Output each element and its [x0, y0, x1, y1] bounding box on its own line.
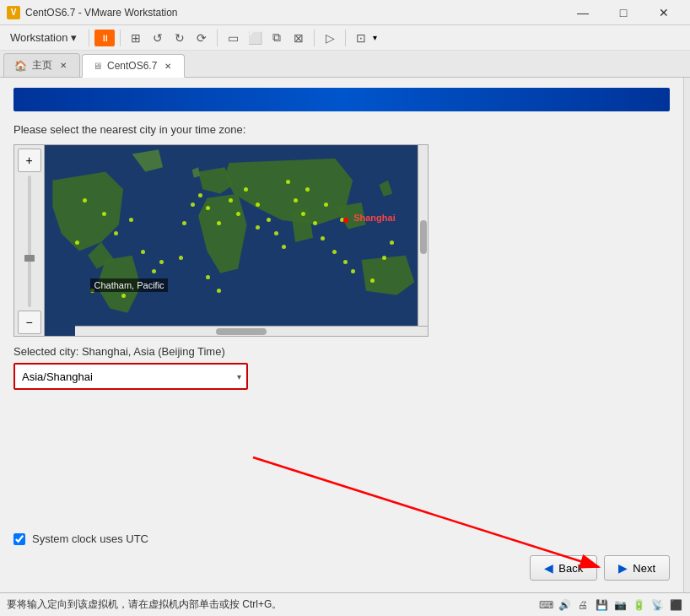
pause-icon: ⏸ [94, 30, 115, 46]
workstation-menu[interactable]: Workstation ▾ [3, 28, 84, 47]
world-map-svg [45, 145, 428, 336]
toolbar-btn-7[interactable]: ⧉ [267, 28, 287, 48]
pause-button[interactable]: ⏸ [94, 28, 115, 48]
window-title: CentOS6.7 - VMware Workstation [25, 7, 178, 19]
toolbar-btn-3[interactable]: ↻ [170, 28, 190, 48]
toolbar-btn-10[interactable]: ⊡ [351, 28, 371, 48]
toolbar-separator-5 [345, 30, 346, 46]
toolbar-btn-4[interactable]: ⟳ [191, 28, 212, 48]
timezone-dropdown-wrapper: Asia/Shanghai UTC America/New_York Europ… [15, 365, 246, 388]
prompt-text: Please select the nearest city in your t… [13, 123, 670, 136]
timezone-dropdown-container: Asia/Shanghai UTC America/New_York Europ… [13, 363, 248, 390]
bottom-buttons: ◀ Back ▶ Next [530, 555, 670, 581]
close-button[interactable]: ✕ [644, 0, 683, 25]
home-icon: 🏠 [14, 60, 27, 72]
status-icon-6: 🔋 [631, 597, 646, 613]
right-sidebar [683, 78, 690, 592]
tab-centos-close[interactable]: ✕ [162, 60, 174, 72]
toolbar-btn-2[interactable]: ↺ [148, 28, 168, 48]
window-controls: — □ ✕ [563, 0, 683, 25]
main-content: Please select the nearest city in your t… [0, 78, 690, 592]
status-icon-2: 🔊 [557, 597, 572, 613]
toolbar-btn-8[interactable]: ⊠ [288, 28, 309, 48]
toolbar-separator-4 [314, 30, 315, 46]
workstation-label: Workstation [10, 31, 67, 44]
toolbar-separator-2 [120, 30, 121, 46]
toolbar-separator-1 [89, 30, 89, 46]
shanghai-dot [343, 218, 348, 223]
title-bar-left: V CentOS6.7 - VMware Workstation [7, 6, 178, 19]
toolbar-separator-3 [217, 30, 218, 46]
tab-centos-label: CentOS6.7 [107, 60, 157, 72]
vm-icon: 🖥 [93, 61, 102, 71]
status-icon-3: 🖨 [575, 597, 590, 613]
back-button[interactable]: ◀ Back [530, 555, 597, 581]
next-button[interactable]: ▶ Next [604, 555, 670, 581]
system-clock-label: System clock uses UTC [32, 532, 148, 545]
selected-city-text: Selected city: Shanghai, Asia (Beijing T… [13, 345, 670, 358]
minimize-button[interactable]: — [563, 0, 602, 25]
next-arrow-icon: ▶ [618, 561, 628, 575]
toolbar-arrow[interactable]: ▾ [373, 33, 377, 42]
system-clock-area: System clock uses UTC [13, 532, 148, 545]
status-icons: ⌨ 🔊 🖨 💾 📷 🔋 📡 ⬛ [538, 597, 683, 613]
status-text: 要将输入定向到该虚拟机，请在虚拟机内部单击或按 Ctrl+G。 [7, 597, 282, 612]
zoom-slider-thumb[interactable] [24, 255, 35, 262]
svg-line-2 [253, 457, 599, 567]
next-button-label: Next [633, 562, 655, 575]
toolbar-btn-9[interactable]: ▷ [320, 28, 340, 48]
zoom-slider-track [28, 176, 31, 307]
status-icon-1: ⌨ [538, 597, 553, 613]
map-area[interactable]: Chatham, Pacific Shanghai [45, 145, 428, 336]
back-button-label: Back [558, 562, 583, 575]
app-icon: V [7, 6, 20, 19]
back-arrow-icon: ◀ [544, 561, 553, 575]
tab-home-close[interactable]: ✕ [57, 60, 69, 72]
map-container[interactable]: + − [13, 144, 429, 337]
tab-home[interactable]: 🏠 主页 ✕ [3, 53, 80, 77]
tab-centos[interactable]: 🖥 CentOS6.7 ✕ [82, 54, 185, 78]
toolbar-btn-1[interactable]: ⊞ [126, 28, 146, 48]
zoom-in-button[interactable]: + [18, 149, 41, 172]
tab-home-label: 主页 [32, 58, 52, 73]
zoom-out-button[interactable]: − [18, 311, 41, 334]
title-bar: V CentOS6.7 - VMware Workstation — □ ✕ [0, 0, 690, 25]
blue-header-bar [13, 88, 670, 111]
status-icon-8: ⬛ [668, 597, 683, 613]
status-icon-5: 📷 [612, 597, 628, 613]
zoom-controls: + − [14, 145, 45, 337]
maximize-button[interactable]: □ [604, 0, 643, 25]
toolbar-btn-6[interactable]: ⬜ [245, 28, 265, 48]
app-icon-letter: V [11, 8, 17, 17]
tabs-bar: 🏠 主页 ✕ 🖥 CentOS6.7 ✕ [0, 51, 690, 78]
map-vscroll-thumb[interactable] [420, 220, 427, 254]
map-hscroll[interactable] [75, 326, 428, 336]
map-vscroll[interactable] [418, 145, 428, 326]
toolbar-btn-5[interactable]: ▭ [223, 28, 243, 48]
status-bar: 要将输入定向到该虚拟机，请在虚拟机内部单击或按 Ctrl+G。 ⌨ 🔊 🖨 💾 … [0, 592, 690, 616]
workstation-arrow: ▾ [71, 31, 77, 44]
status-icon-4: 💾 [594, 597, 609, 613]
menu-bar: Workstation ▾ ⏸ ⊞ ↺ ↻ ⟳ ▭ ⬜ ⧉ ⊠ ▷ ⊡ ▾ [0, 25, 690, 51]
timezone-dropdown[interactable]: Asia/Shanghai UTC America/New_York Europ… [15, 365, 246, 388]
system-clock-checkbox[interactable] [13, 533, 25, 545]
map-hscroll-thumb[interactable] [216, 328, 267, 335]
center-panel: Please select the nearest city in your t… [0, 78, 683, 592]
status-icon-7: 📡 [650, 597, 665, 613]
